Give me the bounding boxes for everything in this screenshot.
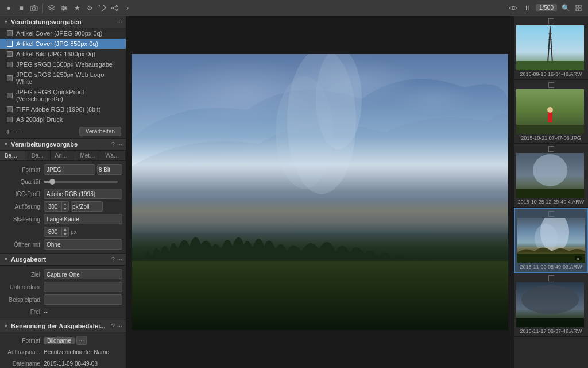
- benennung-dateiname-label: Dateiname: [3, 361, 44, 367]
- verify-button[interactable]: Verarbeiten: [79, 126, 121, 136]
- benennung-help[interactable]: ?: [111, 323, 115, 329]
- vorgabe-help[interactable]: ?: [111, 141, 115, 148]
- preset-item-1[interactable]: Artikel Cover (JPG 850px 0q): [0, 39, 126, 49]
- svg-point-21: [276, 76, 333, 189]
- presets-chevron: ▼: [3, 19, 9, 25]
- thumb-checkbox-row-0: [516, 18, 586, 24]
- ausgabeort-chevron: ▼: [3, 256, 9, 262]
- benennung-format-label: Format: [3, 338, 44, 344]
- preset-check-7: [7, 117, 13, 122]
- aufloesung-input[interactable]: [44, 204, 61, 210]
- thumbnail-item-3[interactable]: ⊞ 2015-11-09 08-49-03.ARW: [514, 208, 588, 273]
- vorgabe-more[interactable]: ···: [117, 141, 122, 148]
- thumb-checkbox-3[interactable]: [548, 211, 554, 217]
- toolbar-settings-icon[interactable]: ⚙: [84, 3, 95, 13]
- size-down[interactable]: ▼: [62, 232, 68, 237]
- add-preset-button[interactable]: +: [5, 128, 11, 136]
- thumb-checkbox-2[interactable]: [548, 146, 554, 152]
- vorgabe-section: ▼ Verarbeitungsvorgabe ? ··· Basisdatei.…: [0, 139, 126, 254]
- toolbar-adjust-icon[interactable]: [59, 3, 69, 13]
- frei-row: Frei --: [0, 306, 126, 317]
- thumbnail-item-2[interactable]: 2015-10-25 12-29-49 4.ARW: [514, 144, 588, 208]
- toolbar-grid-icon[interactable]: [574, 3, 585, 13]
- beispielpfad-label: Beispielpfad: [3, 297, 44, 303]
- preset-item-3[interactable]: JPEG sRGB 1600px Webausgabe: [0, 59, 126, 70]
- preset-item-6[interactable]: TIFF Adobe RGB (1998) (8bit): [0, 104, 126, 114]
- ausgabeort-help[interactable]: ?: [111, 256, 115, 263]
- tab-metadat[interactable]: Metadat...: [75, 151, 100, 160]
- bitdepth-select[interactable]: 8 Bit: [97, 164, 122, 175]
- tab-basisdaten[interactable]: Basisdatei...: [0, 151, 25, 160]
- quality-slider[interactable]: [44, 181, 118, 183]
- ziel-label: Ziel: [3, 271, 44, 278]
- skalierung-row: Skalierung Lange Kante: [0, 213, 126, 225]
- icc-select[interactable]: Adobe RGB (1998): [44, 189, 122, 199]
- frei-value: --: [44, 309, 48, 315]
- beispielpfad-input[interactable]: [44, 294, 122, 305]
- vorgabe-section-header[interactable]: ▼ Verarbeitungsvorgabe ? ···: [0, 139, 126, 151]
- format-tag[interactable]: Bildname: [44, 337, 75, 344]
- ziel-select[interactable]: Capture-One: [44, 269, 122, 279]
- toolbar-share-icon[interactable]: [110, 3, 120, 13]
- toolbar-search-icon[interactable]: 🔍: [560, 3, 571, 13]
- tab-wasserz[interactable]: Wasserz...: [100, 151, 126, 160]
- unterordner-input[interactable]: [44, 282, 122, 292]
- aufloesung-up[interactable]: ▲: [62, 201, 68, 206]
- qualitaet-value: 2: [44, 179, 126, 185]
- toolbar-camera-icon[interactable]: [29, 3, 39, 13]
- aufloesung-label: Auflösung: [3, 204, 44, 210]
- toolbar-eye-icon[interactable]: [508, 3, 519, 13]
- size-input[interactable]: [44, 229, 61, 235]
- aufloesung-down[interactable]: ▼: [62, 206, 68, 212]
- toolbar-wand-icon[interactable]: [97, 3, 107, 13]
- preset-label-7: A3 200dpi Druck: [16, 116, 63, 123]
- benennung-header[interactable]: ▼ Benennung der Ausgabedatei... ? ···: [0, 320, 126, 332]
- presets-section-header[interactable]: ▼ Verarbeitungsvorgaben ···: [0, 16, 126, 28]
- ausgabeort-more[interactable]: ···: [117, 256, 122, 263]
- format-tag-btn[interactable]: ···: [76, 336, 87, 345]
- toolbar-circle-icon[interactable]: ●: [3, 3, 14, 13]
- benennung-section: ▼ Benennung der Ausgabedatei... ? ··· Fo…: [0, 320, 126, 368]
- preset-item-4[interactable]: JPEG sRGS 1250px Web Logo White: [0, 70, 126, 87]
- preset-item-7[interactable]: A3 200dpi Druck: [0, 114, 126, 125]
- thumb-checkbox-4[interactable]: [548, 275, 554, 281]
- preset-item-5[interactable]: JPEG sRGB QuickProof (Vorschaugröße): [0, 87, 126, 104]
- size-up[interactable]: ▲: [62, 227, 68, 232]
- preset-check-2: [7, 51, 13, 57]
- toolbar-square-icon[interactable]: ■: [16, 3, 26, 13]
- thumb-checkbox-1[interactable]: [548, 82, 554, 88]
- tab-anpassung[interactable]: Anpassung...: [51, 151, 76, 160]
- vorgabe-chevron: ▼: [3, 141, 9, 147]
- skalierung-select[interactable]: Lange Kante: [44, 214, 122, 224]
- aufloesung-unit-select[interactable]: px/Zoll: [71, 201, 103, 212]
- benennung-more[interactable]: ···: [117, 323, 122, 329]
- svg-rect-15: [576, 5, 578, 7]
- toolbar-more-icon[interactable]: ›: [122, 3, 133, 13]
- presets-more[interactable]: ···: [117, 18, 122, 25]
- top-toolbar: ● ■ ★ ⚙ › ⏸ 1/500 🔍: [0, 0, 588, 16]
- format-row: Format JPEG 8 Bit: [0, 163, 126, 176]
- preset-label-1: Artikel Cover (JPG 850px 0q): [16, 40, 98, 47]
- oeffnen-label: Öffnen mit: [3, 241, 44, 248]
- oeffnen-select[interactable]: Ohne: [44, 239, 122, 250]
- toolbar-star-icon[interactable]: ★: [72, 3, 82, 13]
- remove-preset-button[interactable]: −: [14, 128, 21, 136]
- ausgabeort-header[interactable]: ▼ Ausgabeort ? ···: [0, 254, 126, 266]
- oeffnen-value: Ohne: [44, 239, 122, 250]
- toolbar-pause-icon[interactable]: ⏸: [522, 3, 532, 13]
- thumb-checkbox-0[interactable]: [548, 18, 554, 24]
- thumbnail-item-4[interactable]: 2015-11-17 08-37-46.ARW: [514, 273, 588, 337]
- toolbar-layers-icon[interactable]: [47, 3, 57, 13]
- preset-label-3: JPEG sRGB 1600px Webausgabe: [16, 61, 113, 68]
- preset-item-2[interactable]: Artikel Bild (JPG 1600px 0q): [0, 49, 126, 59]
- auftragsname-label: Auftragsna...: [3, 349, 44, 355]
- thumbnail-item-0[interactable]: 2015-09-13 16-34-48.ARW: [514, 16, 588, 80]
- quality-number: 2: [119, 179, 126, 185]
- skalierung-label: Skalierung: [3, 216, 44, 223]
- svg-line-8: [99, 5, 100, 6]
- thumbnail-item-1[interactable]: 2015-10-21 07-47-06.JPG: [514, 80, 588, 144]
- benennung-dateiname-value: 2015-11-09 08-49-03: [44, 361, 98, 367]
- format-select[interactable]: JPEG: [44, 164, 95, 175]
- tab-da[interactable]: Da...: [25, 151, 51, 160]
- preset-item-0[interactable]: Artikel Cover (JPEG 900px 0q): [0, 28, 126, 39]
